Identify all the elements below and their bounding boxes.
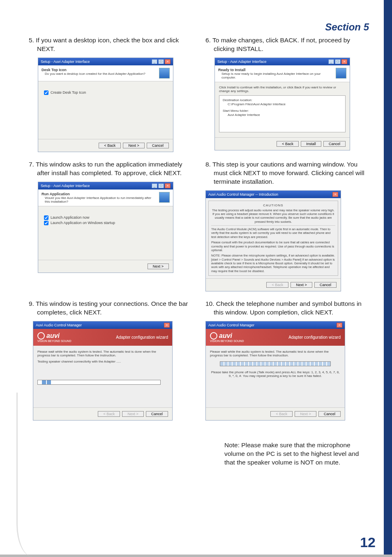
subheader-desc: Setup is now ready to begin installing A… bbox=[218, 72, 333, 79]
section-header: Section 5 bbox=[325, 21, 369, 33]
window-title: Setup - Auvi Adapter Interface bbox=[41, 60, 90, 64]
window-titlebar: Auvi Audio Control Manager × bbox=[33, 321, 172, 329]
subheader-desc: Do you want a desktop icon created for t… bbox=[42, 72, 145, 76]
step-7: 7. This window asks to run the applicati… bbox=[29, 160, 193, 291]
maximize-icon[interactable]: □ bbox=[158, 59, 164, 64]
minimize-icon[interactable]: _ bbox=[328, 59, 334, 64]
window-titlebar: Setup - Auvi Adapter Interface _ □ × bbox=[38, 182, 173, 190]
close-icon[interactable]: × bbox=[165, 59, 171, 64]
caution-p2: The Audio Control Module (ACM) software … bbox=[211, 227, 335, 239]
button-row: < Back Next > Cancel bbox=[206, 278, 341, 291]
step-9: 9. This window is testing your connectio… bbox=[29, 300, 193, 467]
maximize-icon[interactable]: □ bbox=[335, 59, 341, 64]
window-title: Setup - Auvi Adapter Interface bbox=[217, 60, 267, 64]
checkbox-input[interactable] bbox=[44, 221, 48, 225]
step-10: 10. Check the telephone number and symbo… bbox=[205, 300, 370, 467]
dest-label: Destination location: bbox=[223, 98, 342, 102]
cancel-button[interactable]: Cancel bbox=[318, 411, 341, 417]
button-row: < Back Next > Cancel bbox=[38, 139, 173, 152]
minimize-icon[interactable]: _ bbox=[152, 183, 157, 188]
next-button[interactable]: Next > bbox=[123, 143, 144, 148]
body-p2: Please take the phone off hook (Talk mod… bbox=[210, 370, 341, 378]
close-icon[interactable]: × bbox=[341, 59, 347, 64]
window-titlebar: Auvi Audio Control Manager -- Introducti… bbox=[206, 191, 341, 198]
progress-bar bbox=[220, 361, 331, 366]
page-number: 12 bbox=[360, 534, 376, 550]
cancel-button[interactable]: Cancel bbox=[323, 141, 346, 147]
step-8-text: 8. This step is your cautions and warnin… bbox=[205, 160, 370, 186]
close-icon[interactable]: × bbox=[332, 192, 338, 197]
progress-segment bbox=[47, 380, 51, 384]
step-5: 5. If you want a desktop icon, check the… bbox=[29, 36, 193, 152]
checkbox-create-desktop-icon[interactable]: Create Desk Top Icon bbox=[44, 90, 167, 95]
close-icon[interactable]: × bbox=[164, 323, 170, 328]
step-8: 8. This step is your cautions and warnin… bbox=[205, 160, 370, 291]
subheader-desc: Would you like Auvi Adapter Interface Ap… bbox=[42, 196, 157, 203]
brand-logo: auvi bbox=[37, 332, 71, 340]
content: 5. If you want a desktop icon, check the… bbox=[29, 36, 370, 467]
button-row: < Back Next > Cancel bbox=[206, 407, 345, 420]
body-p2: Testing speaker channel connectivity wit… bbox=[37, 360, 168, 363]
page-bottom-stripe bbox=[0, 555, 392, 557]
cautions-box: CAUTIONS The testing process will adjust… bbox=[208, 201, 338, 276]
cancel-button[interactable]: Cancel bbox=[146, 411, 168, 417]
note-text: Note: Please make sure that the micropho… bbox=[224, 441, 364, 467]
wizard-body: Please wait while the audio system is te… bbox=[33, 346, 172, 407]
close-icon[interactable]: × bbox=[165, 183, 171, 188]
next-button: Next > bbox=[122, 411, 143, 417]
window-title: Auvi Audio Control Manager -- Introducti… bbox=[208, 192, 278, 196]
step-8-screenshot: Auvi Audio Control Manager -- Introducti… bbox=[205, 190, 341, 292]
window-title: Auvi Audio Control Manager bbox=[208, 323, 254, 327]
window-controls: × bbox=[337, 323, 342, 328]
checkbox-label: Launch Application now bbox=[51, 215, 90, 220]
close-icon[interactable]: × bbox=[337, 323, 342, 328]
wizard-logo-icon bbox=[159, 192, 170, 203]
checkbox-launch-now[interactable]: Launch Application now bbox=[44, 215, 167, 220]
checkbox-label: Launch Application on Windows startup bbox=[51, 221, 115, 225]
window-body: Launch Application now Launch Applicatio… bbox=[38, 206, 173, 260]
button-row: < Back Install Cancel bbox=[215, 137, 350, 150]
checkbox-label: Create Desk Top Icon bbox=[51, 90, 86, 95]
window-controls: _ □ × bbox=[152, 59, 171, 64]
brand-tagline: VISION BEYOND SOUND bbox=[37, 340, 71, 342]
step-5-screenshot: Setup - Auvi Adapter Interface _ □ × Des… bbox=[38, 58, 173, 152]
window-controls: _ □ × bbox=[328, 59, 347, 64]
cancel-button[interactable]: Cancel bbox=[314, 282, 337, 288]
maximize-icon[interactable]: □ bbox=[158, 183, 164, 188]
checkbox-input[interactable] bbox=[44, 215, 48, 220]
window-body: Create Desk Top Icon bbox=[38, 81, 173, 139]
window-subheader: Desk Top Icon Do you want a desktop icon… bbox=[38, 65, 173, 81]
body-p1: Please wait while the audio system is te… bbox=[37, 350, 168, 357]
brand-circle-icon bbox=[37, 332, 45, 340]
cautions-heading: CAUTIONS bbox=[211, 203, 335, 208]
brand-name: auvi bbox=[46, 332, 60, 340]
brand-name: auvi bbox=[219, 332, 232, 340]
back-button: < Back bbox=[270, 411, 293, 417]
back-button: < Back bbox=[266, 282, 288, 288]
window-body: Click Install to continue with the insta… bbox=[215, 82, 350, 137]
back-button[interactable]: < Back bbox=[99, 143, 121, 148]
step-7-screenshot: Setup - Auvi Adapter Interface _ □ × Run… bbox=[38, 182, 173, 273]
progress-segment bbox=[42, 380, 46, 384]
next-button: Next > bbox=[295, 411, 316, 417]
checkbox-input[interactable] bbox=[44, 90, 48, 95]
progress-bar bbox=[37, 380, 161, 385]
checkbox-launch-startup[interactable]: Launch Application on Windows startup bbox=[44, 221, 167, 225]
window-controls: × bbox=[164, 323, 170, 328]
back-button[interactable]: < Back bbox=[277, 141, 299, 147]
window-titlebar: Setup - Auvi Adapter Interface _ □ × bbox=[215, 58, 350, 65]
progress-fill bbox=[220, 362, 330, 366]
next-button[interactable]: Next > bbox=[291, 282, 312, 288]
next-button[interactable]: Next > bbox=[148, 263, 169, 269]
step-10-screenshot: Auvi Audio Control Manager × auvi VISION… bbox=[205, 321, 345, 421]
dest-value: C:\Program Files\Auvi Adapter Interface bbox=[223, 102, 342, 106]
menu-label: Start Menu folder: bbox=[223, 109, 342, 113]
install-button[interactable]: Install bbox=[301, 141, 321, 147]
window-title: Setup - Auvi Adapter Interface bbox=[41, 184, 90, 188]
step-6-text: 6. To make changes, click BACK. If not, … bbox=[205, 36, 370, 53]
window-title: Auvi Audio Control Manager bbox=[36, 323, 82, 327]
cancel-button[interactable]: Cancel bbox=[147, 143, 169, 148]
caution-p1: The testing process will adjust audio vo… bbox=[211, 208, 335, 224]
step-5-text: 5. If you want a desktop icon, check the… bbox=[29, 36, 193, 53]
minimize-icon[interactable]: _ bbox=[152, 59, 157, 64]
